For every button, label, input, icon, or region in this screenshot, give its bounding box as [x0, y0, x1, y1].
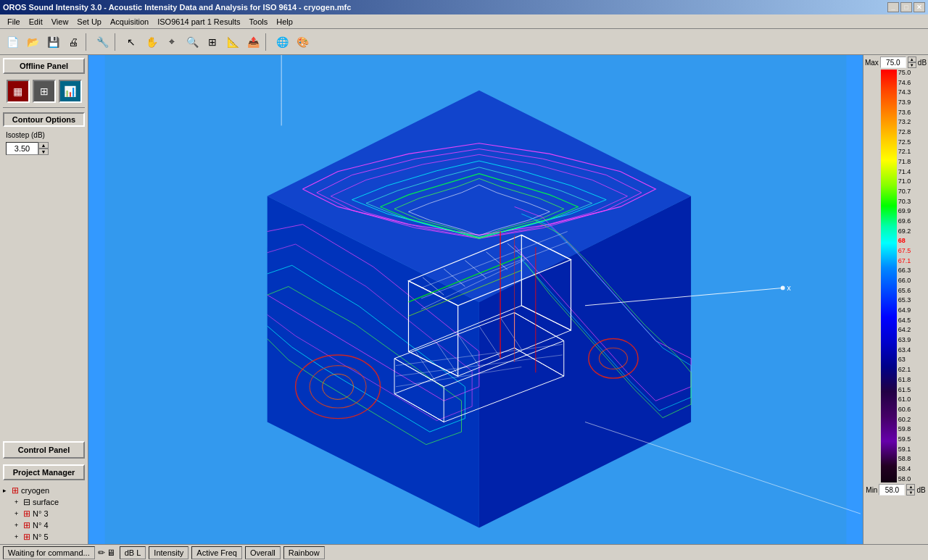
- export-button[interactable]: 📤: [244, 33, 262, 51]
- window-title: OROS Sound Intensity 3.0 - Acoustic Inte…: [3, 3, 351, 12]
- isostep-input[interactable]: 3.50: [6, 142, 38, 155]
- scale-label-728: 72.8: [898, 129, 911, 135]
- select-button[interactable]: ⌖: [162, 33, 181, 51]
- menu-item-file[interactable]: File: [3, 16, 25, 28]
- status-overall-label: Overall: [250, 548, 276, 557]
- scale-label-696: 69.6: [898, 218, 911, 225]
- tree-root-cryogen[interactable]: ▸ ⊞ cryogen: [3, 485, 85, 496]
- status-intensity-section[interactable]: Intensity: [149, 546, 188, 559]
- zoom2-button[interactable]: ⊞: [203, 33, 222, 51]
- new-button[interactable]: 📄: [3, 33, 22, 51]
- offline-icon-2[interactable]: ⊞: [33, 80, 56, 103]
- scale-label-692: 69.2: [898, 228, 911, 235]
- scale-label-656: 65.6: [898, 288, 911, 294]
- tree-item-n5[interactable]: + ⊞ N° 5: [3, 531, 85, 543]
- menu-bar: FileEditViewSet UpAcquisitionISO9614 par…: [0, 14, 928, 29]
- cursor-button[interactable]: ✋: [142, 33, 161, 51]
- isostep-down[interactable]: ▼: [38, 149, 49, 155]
- scale-label-634: 63.4: [898, 347, 911, 354]
- color-button[interactable]: 🎨: [293, 33, 312, 51]
- status-overall-section[interactable]: Overall: [245, 546, 281, 559]
- control-panel-button[interactable]: Control Panel: [3, 441, 85, 459]
- tree-item-n4[interactable]: + ⊞ N° 4: [3, 519, 85, 531]
- visualization-area[interactable]: x: [88, 55, 863, 544]
- svg-text:x: x: [787, 283, 792, 292]
- menu-item-acquisition[interactable]: Acquisition: [106, 16, 153, 28]
- scale-label-699: 69.9: [898, 208, 911, 214]
- contour-section: Contour Options Isostep (dB) 3.50 ▲ ▼: [3, 112, 85, 156]
- status-dbl-label: dB L: [125, 548, 141, 557]
- scale-label-710: 71.0: [898, 178, 911, 185]
- offline-icon-1[interactable]: ▦: [7, 80, 30, 103]
- scale-label-639: 63.9: [898, 337, 911, 343]
- status-icon-monitor[interactable]: 🖥: [107, 548, 115, 558]
- scale-db-label: dB: [918, 59, 927, 67]
- scale-label-675: 67.5: [898, 248, 911, 254]
- n5-icon: ⊞: [23, 532, 30, 542]
- isostep-up[interactable]: ▲: [38, 142, 49, 149]
- scale-label-645: 64.5: [898, 317, 911, 324]
- title-bar: OROS Sound Intensity 3.0 - Acoustic Inte…: [0, 0, 928, 14]
- arrow-button[interactable]: ↖: [122, 33, 141, 51]
- 3d-button[interactable]: 🌐: [273, 33, 291, 51]
- tree-item-surface[interactable]: + ⊟ surface: [3, 496, 85, 508]
- tree-expand-n5: +: [14, 533, 23, 540]
- menu-item-edit[interactable]: Edit: [25, 16, 47, 28]
- menu-item-help[interactable]: Help: [272, 16, 297, 28]
- status-bar: Waiting for command... ✏ 🖥 dB L Intensit…: [0, 544, 928, 560]
- scale-min-down[interactable]: ▼: [906, 490, 915, 496]
- save-button[interactable]: 💾: [44, 33, 62, 51]
- scale-label-714: 71.4: [898, 169, 911, 175]
- offline-panel-header: Offline Panel: [3, 58, 85, 74]
- scale-label-642: 64.2: [898, 327, 911, 333]
- menu-item-view[interactable]: View: [47, 16, 73, 28]
- tree-expand-root: ▸: [3, 487, 12, 494]
- n3-icon: ⊞: [23, 509, 30, 519]
- toolbar-separator-1: [86, 33, 90, 51]
- offline-icon-3[interactable]: 📊: [59, 80, 82, 103]
- tree-root-label: cryogen: [21, 486, 49, 495]
- scale-label-750: 75.0: [898, 70, 911, 76]
- status-activefreq-label: Active Freq: [196, 548, 237, 557]
- measure-button[interactable]: 📐: [223, 33, 242, 51]
- status-dbl-section[interactable]: dB L: [120, 546, 146, 559]
- print-button[interactable]: 🖨: [64, 33, 83, 51]
- scale-max-input[interactable]: 75.0: [880, 57, 906, 68]
- tree-item-n3[interactable]: + ⊞ N° 3: [3, 508, 85, 519]
- scale-min-input[interactable]: 58.0: [879, 484, 905, 496]
- scale-max-down[interactable]: ▼: [908, 62, 916, 68]
- scale-min-label: Min: [866, 486, 877, 494]
- status-rainbow-label: Rainbow: [289, 548, 320, 557]
- svg-point-46: [781, 286, 785, 291]
- zoom-button[interactable]: 🔍: [183, 33, 202, 51]
- close-button[interactable]: ✕: [914, 2, 925, 12]
- menu-item-tools[interactable]: Tools: [245, 16, 273, 28]
- scale-label-671: 67.1: [898, 258, 911, 264]
- offline-icons: ▦ ⊞ 📊: [0, 77, 88, 106]
- scale-label-732: 73.2: [898, 119, 911, 125]
- contour-options-label: Contour Options: [3, 112, 85, 127]
- minimize-button[interactable]: _: [887, 2, 899, 12]
- scale-label-615: 61.5: [898, 387, 911, 393]
- status-icons: ✏ 🖥: [98, 548, 115, 558]
- scale-label-663: 66.3: [898, 267, 911, 274]
- menu-item-set-up[interactable]: Set Up: [72, 16, 106, 28]
- status-icon-pencil[interactable]: ✏: [98, 548, 105, 558]
- open-button[interactable]: 📂: [23, 33, 42, 51]
- tree-expand-n3: +: [14, 510, 23, 517]
- tree-expand-surface: +: [14, 498, 23, 506]
- toolbar-separator-2: [115, 33, 119, 51]
- color-scale: Max 75.0 ▲ ▼ dB 75.0 74.6 74.3 73.9 73.6…: [863, 55, 928, 544]
- scale-label-595: 59.5: [898, 436, 911, 443]
- status-activefreq-section[interactable]: Active Freq: [191, 546, 242, 559]
- status-rainbow-section[interactable]: Rainbow: [283, 546, 325, 559]
- maximize-button[interactable]: □: [900, 2, 912, 12]
- surface-icon: ⊟: [23, 497, 30, 507]
- divider-1: [3, 107, 85, 108]
- scale-max-up[interactable]: ▲: [908, 57, 916, 62]
- scale-label-598: 59.8: [898, 426, 911, 432]
- toolbar-separator-3: [265, 33, 270, 51]
- scale-min-up[interactable]: ▲: [906, 484, 915, 490]
- menu-item-iso9614-part-1-results[interactable]: ISO9614 part 1 Results: [153, 16, 244, 28]
- wrench-button[interactable]: 🔧: [93, 33, 112, 51]
